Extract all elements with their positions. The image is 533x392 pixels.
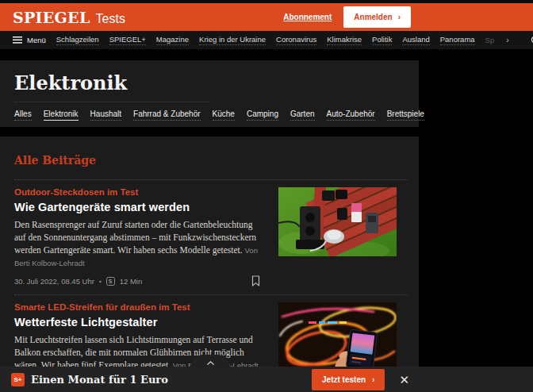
cta-label: Jetzt testen [322, 375, 366, 384]
meta-separator: • [99, 278, 102, 285]
site-logo[interactable]: SPIEGEL Tests [13, 9, 125, 26]
article-description: Den Rasensprenger auf Zuruf starten oder… [14, 219, 263, 269]
site-header: SPIEGEL Tests Abonnement Anmelden › [0, 3, 533, 31]
article-2-thumbnail-led-strips[interactable] [278, 302, 397, 371]
close-icon[interactable]: ✕ [399, 374, 409, 386]
tab-garten[interactable]: Garten [290, 110, 315, 121]
nav-item-schlagzeilen[interactable]: Schlagzeilen [56, 35, 99, 45]
article-kicker[interactable]: Smarte LED-Streifen für draußen im Test [14, 302, 263, 312]
tab-haushalt[interactable]: Haushalt [90, 110, 121, 121]
article-date: 30. Juli 2022, 08.45 Uhr [14, 277, 94, 286]
jetzt-testen-button[interactable]: Jetzt testen › [312, 369, 385, 390]
nav-item-krieg-in-der-ukraine[interactable]: Krieg in der Ukraine [199, 35, 266, 45]
feed-heading: Alle Beiträge [14, 154, 408, 167]
anmelden-label: Anmelden [354, 13, 392, 21]
article-1-thumbnail-garden-smart-plugs[interactable] [278, 187, 397, 256]
article-item-1: Outdoor-Steckdosen im Test Wie Gartenger… [14, 179, 408, 294]
nav-item-spiegel-plus[interactable]: SPIEGEL+ [109, 35, 146, 45]
menu-label: Menü [27, 36, 46, 44]
category-tabs: Alles Elektronik Haushalt Fahrrad & Zube… [14, 110, 424, 121]
nav-more-chevron-icon[interactable]: › [506, 36, 508, 44]
anmelden-button[interactable]: Anmelden › [343, 6, 411, 28]
tab-elektronik[interactable]: Elektronik [44, 110, 79, 121]
nav-item-politik[interactable]: Politik [372, 35, 392, 45]
article-feed: Alle Beiträge Outdoor-Steckdosen im Test… [0, 136, 419, 392]
page-title: Elektronik [14, 71, 127, 94]
hamburger-icon [13, 37, 22, 44]
description-text: Den Rasensprenger auf Zuruf starten oder… [14, 220, 256, 255]
tab-kueche[interactable]: Küche [213, 110, 235, 121]
bookmark-button[interactable] [251, 275, 260, 286]
category-header-panel: Elektronik Alles Elektronik Haushalt Fah… [0, 60, 419, 127]
tab-brettspiele[interactable]: Brettspiele [387, 110, 424, 121]
nav-item-klimakrise[interactable]: Klimakrise [327, 35, 362, 45]
article-meta: 30. Juli 2022, 08.45 Uhr • S 12 Min [14, 275, 263, 286]
nav-item-magazine[interactable]: Magazine [156, 35, 189, 45]
logo-tests: Tests [96, 12, 125, 26]
chevron-right-icon: › [372, 375, 374, 384]
chevron-up-icon [207, 361, 214, 365]
search-button[interactable] [531, 36, 533, 45]
s-plus-badge: S+ [11, 373, 25, 386]
spiegel-tests-page: SPIEGEL Tests Abonnement Anmelden › Menü… [0, 0, 533, 392]
tab-alles[interactable]: Alles [14, 110, 32, 121]
subscription-banner: S+ Einen Monat für 1 Euro Jetzt testen ›… [0, 367, 533, 392]
main-navbar: Menü Schlagzeilen SPIEGEL+ Magazine Krie… [0, 31, 533, 49]
read-time: 12 Min [120, 277, 143, 286]
nav-item-panorama[interactable]: Panorama [440, 35, 475, 45]
nav-item-truncated[interactable]: Sp [485, 36, 495, 45]
chevron-right-icon: › [398, 13, 401, 21]
menu-button[interactable]: Menü [13, 36, 46, 44]
tab-fahrrad-zubehoer[interactable]: Fahrrad & Zubehör [133, 110, 201, 121]
article-title[interactable]: Wetterfeste Lichtgestalter [14, 316, 263, 329]
logo-spiegel: SPIEGEL [13, 9, 90, 26]
banner-offer-text: Einen Monat für 1 Euro [31, 374, 168, 386]
nav-item-coronavirus[interactable]: Coronavirus [276, 35, 316, 45]
tab-auto-zubehoer[interactable]: Auto-Zubehör [327, 110, 375, 121]
nav-item-ausland[interactable]: Ausland [402, 35, 429, 45]
article-title[interactable]: Wie Gartengeräte smart werden [14, 201, 263, 213]
bookmark-icon [251, 275, 260, 286]
article-kicker[interactable]: Outdoor-Steckdosen im Test [14, 187, 263, 197]
title-divider [14, 102, 209, 102]
banner-collapse-tab[interactable] [190, 355, 230, 367]
tab-camping[interactable]: Camping [247, 110, 278, 121]
abonnement-link[interactable]: Abonnement [283, 13, 332, 21]
search-icon [531, 36, 533, 45]
spiegel-plus-read-icon: S [106, 277, 115, 286]
